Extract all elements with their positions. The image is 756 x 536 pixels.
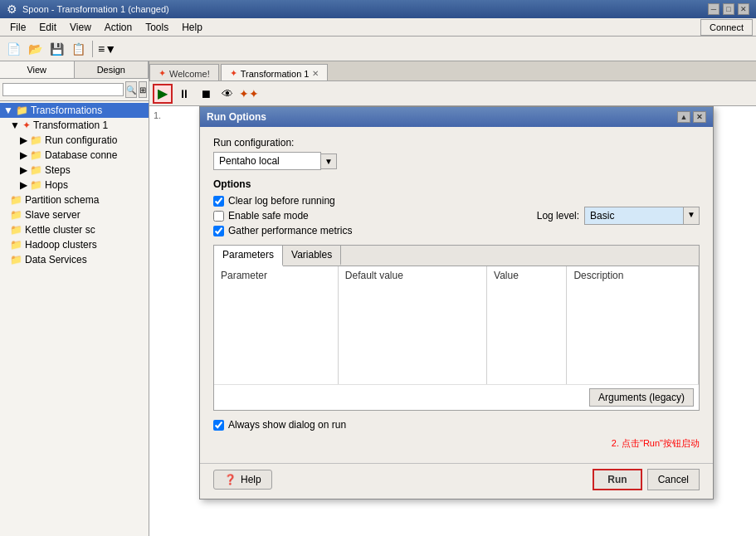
transform-icon: ✦ (22, 119, 31, 131)
args-btn-row: Arguments (legacy) (214, 384, 699, 410)
menu-action[interactable]: Action (98, 20, 139, 35)
gather-metrics-checkbox[interactable] (213, 226, 224, 236)
run-config-dropdown[interactable]: ▼ (321, 153, 337, 169)
log-level-dropdown[interactable]: ▼ (684, 207, 700, 225)
log-level-label: Log level: (537, 210, 579, 222)
safe-mode-row: Enable safe mode (213, 210, 352, 222)
run-button[interactable]: Run (593, 469, 641, 490)
tree-hops[interactable]: ▶ 📁 Hops (0, 178, 149, 192)
tree-label: Data Services (25, 254, 87, 266)
tree-transformation1[interactable]: ▼ ✦ Transformation 1 (0, 118, 149, 133)
design-tab[interactable]: Design (75, 61, 149, 78)
tree-view-btn[interactable]: ⊞ (139, 81, 147, 98)
tree-label: Steps (45, 164, 71, 176)
folder-icon: 📁 (30, 149, 42, 161)
view-tab[interactable]: View (0, 61, 75, 78)
layers-btn[interactable]: ≡▼ (97, 39, 117, 59)
help-button[interactable]: ❓ Help (213, 470, 272, 490)
saveas-icon: 📋 (71, 42, 85, 56)
tree-run-config[interactable]: ▶ 📁 Run configuratio (0, 133, 149, 148)
tree-db-conn[interactable]: ▶ 📁 Database conne (0, 148, 149, 163)
empty-cell (338, 285, 486, 384)
saveas-btn[interactable]: 📋 (68, 39, 88, 59)
tree-transformations[interactable]: ▼ 📁 Transformations (0, 103, 149, 118)
clear-log-checkbox[interactable] (213, 196, 224, 207)
save-btn[interactable]: 💾 (46, 39, 66, 59)
tree-label: Database conne (45, 149, 117, 161)
arguments-legacy-button[interactable]: Arguments (legacy) (589, 388, 694, 407)
welcome-tab-label: Welcome! (169, 69, 210, 79)
sidebar-tabs: View Design (0, 61, 149, 79)
gather-metrics-label: Gather performance metrics (228, 225, 352, 236)
tab-transformation1[interactable]: ✦ Transformation 1 ✕ (221, 64, 329, 80)
folder-icon: 📁 (10, 194, 22, 206)
new-btn[interactable]: 📄 (3, 39, 23, 59)
tab-welcome[interactable]: ✦ Welcome! (149, 64, 219, 80)
connect-button[interactable]: Connect (700, 19, 753, 36)
dialog-close-btn[interactable]: ✕ (693, 111, 706, 123)
minimize-btn[interactable]: ─ (708, 3, 719, 15)
variables-tab[interactable]: Variables (283, 246, 341, 266)
dialog-footer: ❓ Help Run Cancel (200, 463, 713, 499)
tree-label: Run configuratio (45, 134, 117, 146)
menu-tools[interactable]: Tools (139, 20, 175, 35)
run-config-select: Pentaho local ▼ (213, 152, 337, 170)
col-default: Default value (338, 266, 486, 285)
arrow-right-icon: ▶ (20, 149, 27, 161)
preview-btn[interactable]: 👁 (217, 84, 237, 104)
run-config-value[interactable]: Pentaho local (213, 152, 321, 170)
always-show-row: Always show dialog on run (213, 419, 700, 431)
tree-dataservices[interactable]: 📁 Data Services (0, 252, 149, 267)
sidebar: View Design 🔍 ⊞ ⊟ ≡ ▼ 📁 Transformations … (0, 61, 149, 536)
maximize-btn[interactable]: □ (723, 3, 734, 15)
close-btn[interactable]: ✕ (738, 3, 749, 15)
folder-icon: 📁 (10, 224, 22, 236)
safe-mode-label: Enable safe mode (228, 210, 309, 222)
run-play-button[interactable]: ▶ (153, 84, 173, 104)
tree-partition[interactable]: 📁 Partition schema (0, 192, 149, 207)
search-button[interactable]: 🔍 (125, 81, 137, 98)
content-toolbar: ▶ ⏸ ⏹ 👁 ✦✦ (149, 81, 756, 106)
preview-icon: 👁 (222, 87, 233, 100)
tree-label: Partition schema (25, 194, 99, 206)
transform-tab-icon: ✦ (230, 68, 237, 79)
options-right: Log level: Basic ▼ (537, 207, 700, 225)
menu-edit[interactable]: Edit (32, 20, 63, 35)
tab-close-btn[interactable]: ✕ (312, 69, 319, 78)
safe-mode-checkbox[interactable] (213, 211, 224, 222)
always-show-checkbox[interactable] (213, 420, 224, 431)
params-tab[interactable]: Parameters (214, 246, 283, 266)
folder-icon: 📁 (30, 179, 42, 191)
dialog-title-bar: Run Options ▲ ✕ (200, 107, 713, 127)
tree-label: Hops (45, 179, 68, 191)
run-config-label: Run configuration: (213, 137, 294, 149)
folder-icon: 📁 (30, 134, 42, 146)
log-level-value[interactable]: Basic (584, 207, 684, 225)
open-btn[interactable]: 📂 (25, 39, 45, 59)
transform-tab-label: Transformation 1 (241, 69, 310, 79)
search-input[interactable] (2, 83, 124, 96)
folder-icon: 📁 (16, 105, 28, 116)
tree-hadoop[interactable]: 📁 Hadoop clusters (0, 237, 149, 252)
tree-label: Transformations (31, 105, 102, 116)
spark-btn[interactable]: ✦✦ (239, 84, 259, 104)
tree-steps[interactable]: ▶ 📁 Steps (0, 163, 149, 178)
stop-btn[interactable]: ⏹ (196, 84, 216, 104)
tree-label: Kettle cluster sc (25, 224, 95, 236)
dialog-up-btn[interactable]: ▲ (677, 111, 690, 123)
pause-btn[interactable]: ⏸ (174, 84, 194, 104)
menu-view[interactable]: View (63, 20, 98, 35)
tree-slave[interactable]: 📁 Slave server (0, 207, 149, 222)
options-row: Clear log before running Enable safe mod… (213, 195, 700, 236)
folder-icon: 📁 (30, 164, 42, 176)
folder-icon: 📁 (10, 239, 22, 251)
menu-help[interactable]: Help (175, 20, 209, 35)
play-icon: ▶ (158, 85, 168, 101)
tree-kettle[interactable]: 📁 Kettle cluster sc (0, 222, 149, 237)
cancel-button[interactable]: Cancel (647, 469, 700, 490)
canvas-area: 1. Run Options ▲ ✕ Run configuration: (149, 106, 756, 536)
app-icon: ⚙ (7, 2, 17, 16)
title-bar-controls: ─ □ ✕ (708, 3, 749, 15)
action-buttons: Run Cancel (593, 469, 700, 490)
menu-file[interactable]: File (3, 20, 32, 35)
